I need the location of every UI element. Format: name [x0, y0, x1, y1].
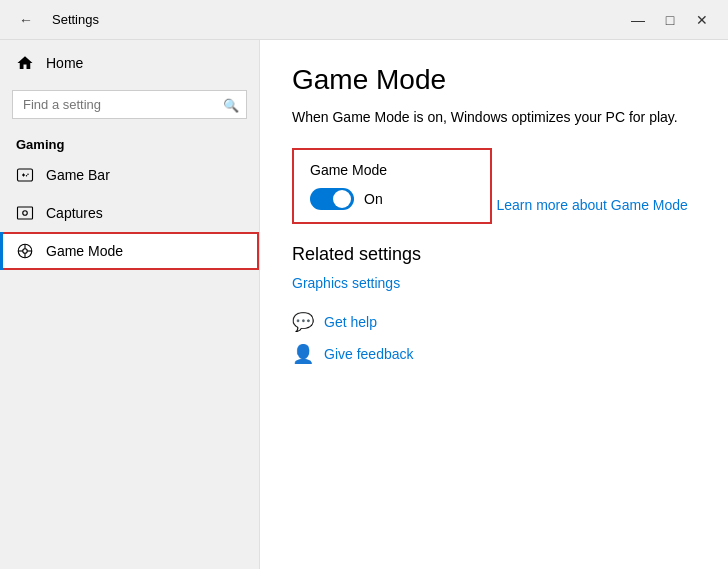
- svg-point-4: [26, 175, 28, 177]
- title-bar-title: Settings: [52, 12, 99, 27]
- toggle-row: On: [310, 188, 474, 210]
- give-feedback-link[interactable]: Give feedback: [324, 346, 414, 362]
- page-title: Game Mode: [292, 64, 696, 96]
- close-button[interactable]: ✕: [688, 6, 716, 34]
- minimize-button[interactable]: —: [624, 6, 652, 34]
- graphics-settings-link[interactable]: Graphics settings: [292, 275, 696, 291]
- get-help-link[interactable]: Get help: [324, 314, 377, 330]
- content-area: Game Mode When Game Mode is on, Windows …: [260, 40, 728, 569]
- give-feedback-item[interactable]: 👤 Give feedback: [292, 343, 696, 365]
- game-bar-icon: [16, 166, 34, 184]
- game-mode-toggle[interactable]: [310, 188, 354, 210]
- sidebar-item-home[interactable]: Home: [0, 44, 259, 82]
- learn-more-link[interactable]: Learn more about Game Mode: [496, 197, 687, 213]
- home-label: Home: [46, 55, 83, 71]
- sidebar-item-captures[interactable]: Captures: [0, 194, 259, 232]
- toggle-state-label: On: [364, 191, 383, 207]
- sidebar-item-captures-label: Captures: [46, 205, 103, 221]
- search-box[interactable]: 🔍: [12, 90, 247, 119]
- home-icon: [16, 54, 34, 72]
- give-feedback-icon: 👤: [292, 343, 314, 365]
- sidebar-item-game-bar-label: Game Bar: [46, 167, 110, 183]
- svg-point-6: [23, 211, 28, 216]
- window-controls: — □ ✕: [624, 6, 716, 34]
- svg-rect-5: [18, 207, 33, 219]
- game-mode-icon: [16, 242, 34, 260]
- sidebar-section-gaming: Gaming: [0, 127, 259, 156]
- back-button[interactable]: ←: [12, 6, 40, 34]
- related-settings-title: Related settings: [292, 244, 696, 265]
- sidebar-item-game-mode[interactable]: Game Mode: [0, 232, 259, 270]
- maximize-button[interactable]: □: [656, 6, 684, 34]
- get-help-item[interactable]: 💬 Get help: [292, 311, 696, 333]
- sidebar: Home 🔍 Gaming Game Bar Captures: [0, 40, 260, 569]
- help-links: 💬 Get help 👤 Give feedback: [292, 311, 696, 365]
- svg-point-8: [23, 249, 28, 254]
- search-input[interactable]: [12, 90, 247, 119]
- page-description: When Game Mode is on, Windows optimizes …: [292, 108, 696, 128]
- search-icon: 🔍: [223, 97, 239, 112]
- title-bar: ← Settings — □ ✕: [0, 0, 728, 40]
- game-mode-box-label: Game Mode: [310, 162, 474, 178]
- sidebar-item-game-bar[interactable]: Game Bar: [0, 156, 259, 194]
- game-mode-box: Game Mode On: [292, 148, 492, 224]
- main-layout: Home 🔍 Gaming Game Bar Captures: [0, 40, 728, 569]
- captures-icon: [16, 204, 34, 222]
- get-help-icon: 💬: [292, 311, 314, 333]
- sidebar-item-game-mode-label: Game Mode: [46, 243, 123, 259]
- svg-point-3: [27, 174, 29, 176]
